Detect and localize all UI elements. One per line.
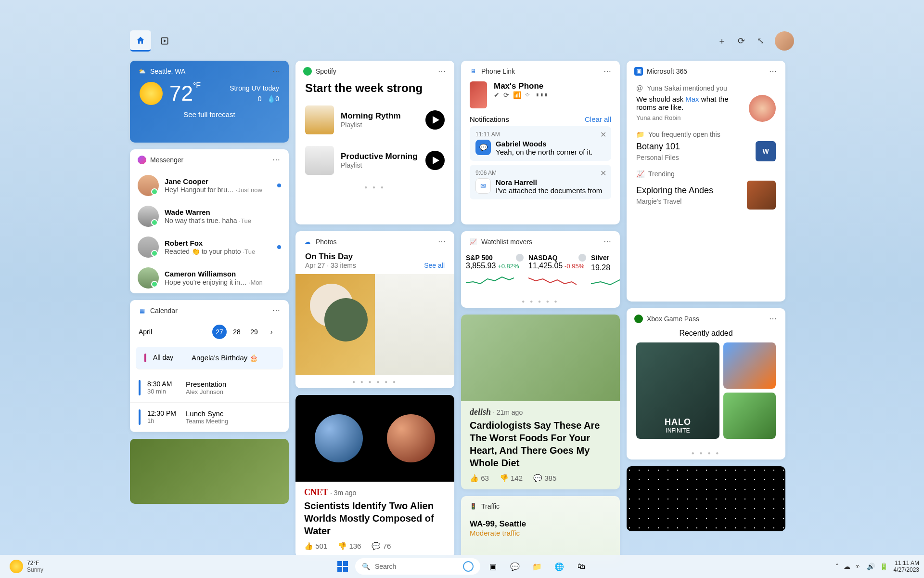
messenger-item[interactable]: Jane CooperHey! Hangout for bru…·Just no… <box>130 170 289 201</box>
photo-thumbnails[interactable] <box>295 274 454 375</box>
weather-uv: Strong UV today <box>230 84 279 92</box>
weather-more-button[interactable]: ⋯ <box>272 66 281 76</box>
add-widget-button[interactable]: ＋ <box>712 31 732 51</box>
play-tab[interactable] <box>154 30 175 52</box>
collapse-button[interactable]: ⤡ <box>751 31 770 51</box>
messenger-item[interactable]: Wade WarrenNo way that's true. haha·Tue <box>130 201 289 232</box>
calendar-date[interactable]: 28 <box>230 325 244 339</box>
trending-icon: 📈 <box>636 170 644 178</box>
m365-mention[interactable]: We should ask Max what the rooms are lik… <box>636 95 776 122</box>
comments-button[interactable]: 💬 385 <box>533 474 556 483</box>
like-button[interactable]: 👍 501 <box>304 542 327 551</box>
spotify-playlist[interactable]: Morning RythmPlaylist <box>295 100 454 140</box>
close-icon[interactable]: ✕ <box>600 130 606 139</box>
pagination-dots[interactable]: ● ● ● <box>295 181 454 194</box>
store-button[interactable]: 🛍 <box>572 557 591 576</box>
unread-dot <box>277 184 281 187</box>
play-button[interactable] <box>425 110 445 130</box>
unread-dot <box>277 245 281 249</box>
calendar-month: April <box>139 328 152 336</box>
see-all-link[interactable]: See all <box>424 262 445 269</box>
pagination-dots[interactable]: ● ● ● ● <box>627 447 785 460</box>
stocks-icon: 📈 <box>469 237 477 246</box>
news-source: delish <box>470 407 491 417</box>
phonelink-icon: 🖥 <box>469 67 477 76</box>
stock-item[interactable]: S&P 5003,855.93 +0.82% <box>466 254 524 291</box>
spotify-playlist[interactable]: Productive MorningPlaylist <box>295 140 454 181</box>
spotify-icon <box>303 67 312 76</box>
start-button[interactable] <box>333 557 352 576</box>
game-tile[interactable]: HALOINFINITE <box>636 342 719 439</box>
explorer-button[interactable]: 📁 <box>527 557 547 576</box>
news-image-card[interactable] <box>130 439 289 504</box>
phone-notification[interactable]: 11:11 AM✕ 💬Gabriel WoodsYeah, on the nor… <box>470 126 611 161</box>
calendar-widget: ▦Calendar⋯ April 27 28 29 › All dayAngel… <box>130 300 289 432</box>
messenger-item[interactable]: Cameron WilliamsonHope you're enjoying i… <box>130 263 289 293</box>
dislike-button[interactable]: 👎 136 <box>338 542 361 551</box>
like-button[interactable]: 👍 63 <box>470 474 489 483</box>
home-tab[interactable] <box>130 30 151 52</box>
watchlist-more-button[interactable]: ⋯ <box>603 237 612 246</box>
battery-icon[interactable]: 🔋 <box>880 563 888 570</box>
phone-notification[interactable]: 9:06 AM✕ ✉Nora HarrellI've attached the … <box>470 165 611 199</box>
system-tray[interactable]: ˄☁ᯤ🔊🔋 <box>835 563 888 570</box>
calendar-event[interactable]: All dayAngela's Birthday 🎂 <box>136 347 283 369</box>
weather-widget[interactable]: ⛅Seattle, WA⋯ 72°F Strong UV today 0 💧0 … <box>130 61 289 143</box>
photos-widget: ☁Photos⋯ On This Day Apr 27 · 33 itemsSe… <box>295 231 454 388</box>
person-avatar <box>749 95 776 122</box>
notifications-header: Notifications <box>470 115 509 123</box>
m365-trending[interactable]: Exploring the AndesMargie's Travel <box>636 181 776 210</box>
pagination-dots[interactable]: ● ● ● ● ● <box>461 295 620 308</box>
volume-icon[interactable]: 🔊 <box>867 563 875 570</box>
stock-item[interactable]: Silver19.28 <box>591 254 620 291</box>
traffic-icon: 🚦 <box>469 502 477 511</box>
planet-icon <box>315 414 363 462</box>
close-icon[interactable]: ✕ <box>600 169 606 178</box>
dislike-button[interactable]: 👎 142 <box>500 474 523 483</box>
news-card[interactable]: CNET · 3m ago Scientists Identify Two Al… <box>295 395 454 557</box>
messenger-item[interactable]: Robert FoxReacted 👏 to your photo·Tue <box>130 232 289 263</box>
weather-forecast-link[interactable]: See full forecast <box>130 105 289 126</box>
game-tile[interactable] <box>723 342 776 389</box>
chat-button[interactable]: 💬 <box>505 557 525 576</box>
widgets-topbar: ＋ ⟳ ⤡ <box>130 29 794 53</box>
taskbar-search[interactable]: 🔍Search <box>355 558 480 575</box>
edge-button[interactable]: 🌐 <box>550 557 569 576</box>
news-card[interactable]: delish · 21m ago Cardiologists Say These… <box>461 315 620 489</box>
game-tile[interactable] <box>723 393 776 439</box>
sun-icon <box>10 560 23 573</box>
calendar-event[interactable]: 12:30 PM1hLunch SyncTeams Meeting <box>130 403 289 432</box>
news-image-card[interactable] <box>627 466 785 531</box>
pagination-dots[interactable]: ● ● ● ● ● ● <box>295 375 454 388</box>
m365-more-button[interactable]: ⋯ <box>769 66 778 76</box>
photos-icon: ☁ <box>303 237 312 246</box>
calendar-date[interactable]: 29 <box>247 325 261 339</box>
user-avatar[interactable] <box>775 31 794 51</box>
xbox-more-button[interactable]: ⋯ <box>769 314 778 323</box>
phonelink-more-button[interactable]: ⋯ <box>603 66 612 76</box>
traffic-widget[interactable]: 🚦Traffic WA-99, SeattleModerate traffic <box>461 496 620 561</box>
cloud-icon[interactable]: ☁ <box>844 563 850 570</box>
messenger-more-button[interactable]: ⋯ <box>272 155 281 164</box>
news-source: CNET <box>304 487 328 497</box>
refresh-button[interactable]: ⟳ <box>732 31 751 51</box>
spotify-more-button[interactable]: ⋯ <box>438 66 447 76</box>
chevron-up-icon[interactable]: ˄ <box>835 563 839 570</box>
m365-document[interactable]: Botany 101Personal Files W <box>636 141 776 161</box>
calendar-more-button[interactable]: ⋯ <box>272 306 281 315</box>
wifi-icon[interactable]: ᯤ <box>855 563 862 570</box>
check-icon <box>578 254 586 262</box>
play-button[interactable] <box>425 151 445 170</box>
xbox-icon <box>634 315 643 323</box>
task-view-button[interactable]: ▣ <box>483 557 502 576</box>
taskbar-clock[interactable]: 11:11 AM4/27/2023 <box>894 560 919 574</box>
photos-more-button[interactable]: ⋯ <box>438 237 447 246</box>
taskbar-weather[interactable]: 72°FSunny <box>5 558 67 575</box>
calendar-date[interactable]: 27 <box>212 325 227 339</box>
calendar-next-button[interactable]: › <box>264 325 279 339</box>
clear-all-button[interactable]: Clear all <box>585 115 611 123</box>
comments-button[interactable]: 💬 76 <box>372 542 391 551</box>
calendar-event[interactable]: 8:30 AM30 minPresentationAlex Johnson <box>130 373 289 403</box>
weather-location: Seattle, WA <box>150 67 272 75</box>
stock-item[interactable]: NASDAQ11,425.05 -0.95% <box>528 254 586 291</box>
